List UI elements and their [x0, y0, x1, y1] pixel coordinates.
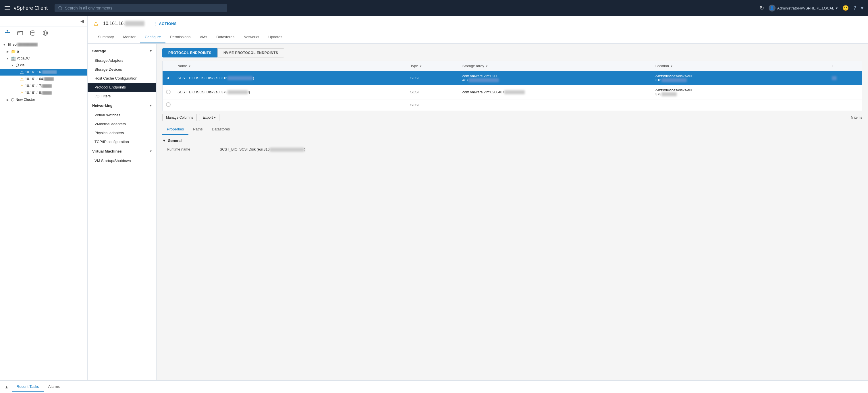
th-name[interactable]: Name ▼ [174, 61, 407, 71]
radio-selected-icon[interactable] [166, 76, 170, 81]
row-type-2: SCSI [407, 85, 459, 99]
network-view-button[interactable] [41, 29, 50, 37]
sidebar-item-host2[interactable]: ⚠ 10.161.164.████ [0, 75, 87, 83]
storage-view-button[interactable] [29, 29, 37, 37]
detail-tab-properties[interactable]: Properties [162, 124, 188, 135]
row-radio-2[interactable] [162, 85, 174, 99]
sidebar-label-vcqaDC: vcqaDC [17, 56, 30, 60]
tab-configure[interactable]: Configure [140, 31, 165, 43]
row-name-2: SCST_BIO iSCSI Disk (eui.373████████!) [174, 85, 407, 99]
app-title: vSphere Client [14, 5, 48, 11]
folders-view-button[interactable] [16, 29, 24, 37]
name-filter-icon[interactable]: ▼ [188, 65, 191, 68]
tab-datastores[interactable]: Datastores [212, 31, 239, 43]
cluster-icon: ⬡ [16, 63, 19, 67]
help-button[interactable]: ? [854, 5, 856, 11]
table-row[interactable]: SCST_BIO iSCSI Disk (eui.316 ██████████ … [162, 71, 862, 85]
search-icon [58, 6, 63, 10]
config-item-host-cache[interactable]: Host Cache Configuration [88, 74, 156, 83]
config-item-vmkernel-adapters[interactable]: VMkernel adapters [88, 120, 156, 128]
detail-tab-paths[interactable]: Paths [188, 124, 207, 135]
top-navigation: vSphere Client Search in all environment… [0, 0, 868, 16]
general-header[interactable]: ▼ General [162, 139, 862, 143]
sidebar-label-host1: 10.161.16.██████ [25, 70, 57, 74]
bottom-toggle-button[interactable]: ▲ [5, 385, 9, 389]
table-actions-bar: Manage Columns Export ▾ 5 items [157, 111, 868, 124]
tab-networks[interactable]: Networks [239, 31, 264, 43]
config-item-io-filters[interactable]: I/O Filters [88, 92, 156, 100]
tree-toggle[interactable]: ▶ [6, 98, 10, 101]
radio-unselected-icon3[interactable] [166, 102, 170, 107]
right-panel: PROTOCOL ENDPOINTS NVME PROTOCOL ENDPOIN… [157, 44, 868, 380]
help-expand-icon[interactable]: ▾ [861, 5, 863, 11]
table-row[interactable]: SCSI [162, 99, 862, 111]
radio-unselected-icon[interactable] [166, 90, 170, 94]
tab-summary[interactable]: Summary [93, 31, 119, 43]
row-l-3 [828, 99, 862, 111]
config-item-tcpip[interactable]: TCP/IP configuration [88, 137, 156, 146]
type-filter-icon[interactable]: ▼ [420, 65, 422, 68]
sidebar-item-cls[interactable]: ▼ ⬡ cls [0, 62, 87, 69]
tree-toggle[interactable]: ▼ [10, 64, 14, 67]
bottom-tab-recent-tasks[interactable]: Recent Tasks [12, 382, 44, 392]
sidebar-item-host1[interactable]: ⚠ 10.161.16.██████ [0, 69, 87, 75]
refresh-button[interactable]: ↻ [760, 5, 764, 11]
th-location[interactable]: Location ▼ [652, 61, 828, 71]
sidebar-item-host3[interactable]: ⚠ 10.161.17.████ [0, 83, 87, 89]
host-warning-icon4: ⚠ [20, 90, 24, 95]
endpoints-table-wrapper: Name ▼ Type ▼ [157, 57, 868, 111]
detail-tab-datastores[interactable]: Datastores [207, 124, 235, 135]
user-menu[interactable]: 👤 Administrator@VSPHERE.LOCAL ▾ [769, 5, 838, 11]
smiley-button[interactable]: 🙂 [842, 5, 849, 11]
th-type[interactable]: Type ▼ [407, 61, 459, 71]
tab-updates[interactable]: Updates [264, 31, 287, 43]
hierarchy-view-button[interactable] [3, 29, 11, 37]
tree-toggle[interactable]: ▼ [2, 43, 6, 46]
host-warning-icon3: ⚠ [20, 84, 24, 88]
config-item-storage-adapters[interactable]: Storage Adapters [88, 56, 156, 65]
config-section-storage[interactable]: Storage ▾ [88, 46, 156, 56]
table-row[interactable]: SCST_BIO iSCSI Disk (eui.373████████!) S… [162, 85, 862, 99]
folder-icon: 📁 [11, 49, 16, 54]
general-section: ▼ General Runtime name SCST_BIO iSCSI Di… [162, 139, 862, 153]
row-radio-1[interactable] [162, 71, 174, 85]
row-type-1: SCSI [407, 71, 459, 85]
sidebar-item-a[interactable]: ▶ 📁 a [0, 48, 87, 55]
config-item-virtual-switches[interactable]: Virtual switches [88, 111, 156, 120]
sidebar-item-vcqaDC[interactable]: ▼ 🏢 vcqaDC [0, 55, 87, 62]
manage-columns-button[interactable]: Manage Columns [162, 114, 197, 121]
tab-permissions[interactable]: Permissions [165, 31, 195, 43]
sidebar-item-new-cluster[interactable]: ▶ ⬡ New Cluster [0, 96, 87, 103]
export-button[interactable]: Export ▾ [199, 114, 219, 121]
tab-vms[interactable]: VMs [195, 31, 212, 43]
tree-toggle[interactable]: ▶ [6, 50, 10, 53]
collapse-sidebar-button[interactable]: ◀ [81, 19, 84, 24]
config-item-vm-startup[interactable]: VM Startup/Shutdown [88, 156, 156, 165]
row-type-3: SCSI [407, 99, 459, 111]
th-l[interactable]: L [828, 61, 862, 71]
sidebar-item-sc[interactable]: ▼ 🖥 sc-████████ [0, 41, 87, 48]
bottom-tab-alarms[interactable]: Alarms [44, 382, 64, 392]
config-section-networking[interactable]: Networking ▾ [88, 100, 156, 111]
tab-protocol-endpoints[interactable]: PROTOCOL ENDPOINTS [162, 48, 217, 57]
hamburger-menu[interactable] [5, 6, 10, 10]
tab-monitor[interactable]: Monitor [119, 31, 140, 43]
row-radio-3[interactable] [162, 99, 174, 111]
sidebar-item-host4[interactable]: ⚠ 10.161.18.████ [0, 89, 87, 96]
location-filter-icon[interactable]: ▼ [670, 65, 673, 68]
sidebar: ◀ [0, 16, 88, 380]
row-storage-array-1: com.vmware.vim:0200487████████████ [459, 71, 652, 85]
host-warning-icon2: ⚠ [20, 77, 24, 81]
storage-array-filter-icon[interactable]: ▼ [486, 65, 488, 68]
th-storage-array[interactable]: Storage array ▼ [459, 61, 652, 71]
prop-value-runtime: SCST_BIO iSCSI Disk (eui.316 ) [220, 147, 305, 152]
tree-toggle[interactable]: ▼ [6, 57, 10, 60]
config-section-vms[interactable]: Virtual Machines ▾ [88, 146, 156, 156]
tab-nvme-protocol-endpoints[interactable]: NVME PROTOCOL ENDPOINTS [217, 48, 284, 57]
config-item-physical-adapters[interactable]: Physical adapters [88, 128, 156, 137]
config-item-storage-devices[interactable]: Storage Devices [88, 65, 156, 74]
row-location-3 [652, 99, 828, 111]
search-bar[interactable]: Search in all environments [55, 4, 227, 12]
actions-button[interactable]: ⋮ ACTIONS [154, 22, 177, 26]
config-item-protocol-endpoints[interactable]: Protocol Endpoints [88, 83, 156, 92]
